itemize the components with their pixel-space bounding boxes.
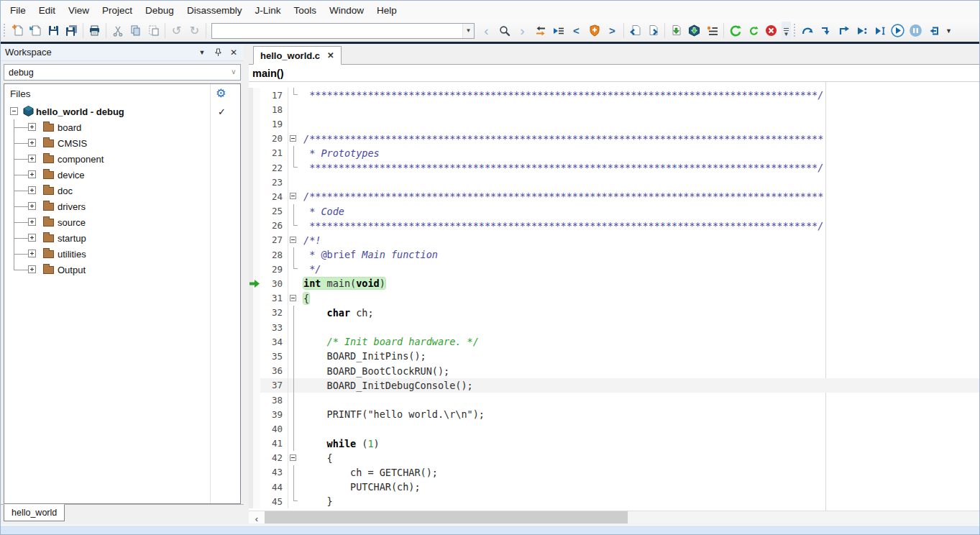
fold-margin[interactable]: [288, 175, 299, 189]
expand-icon[interactable]: [28, 123, 36, 131]
code-line[interactable]: 39 PRINTF("hello world.\r\n");: [249, 407, 979, 421]
breakpoint-margin[interactable]: [249, 132, 260, 146]
fold-margin[interactable]: [288, 378, 299, 393]
breakpoint-margin[interactable]: [249, 204, 260, 219]
breakpoint-margin[interactable]: [249, 306, 260, 320]
fold-margin[interactable]: [288, 88, 299, 102]
navigate-forward-button[interactable]: [644, 22, 662, 40]
fold-margin[interactable]: [288, 276, 299, 291]
tree-folder-item[interactable]: startup: [4, 230, 240, 246]
stop-debugging-button[interactable]: [925, 22, 943, 40]
toggle-bookmark-button[interactable]: [585, 22, 603, 40]
breakpoint-margin[interactable]: [249, 102, 260, 116]
editor-tab[interactable]: hello_world.c ✕: [253, 46, 342, 65]
new-document-button[interactable]: [9, 22, 27, 40]
expand-icon[interactable]: [28, 202, 36, 210]
breakpoint-margin[interactable]: [249, 349, 260, 363]
breakpoint-margin[interactable]: [249, 364, 260, 378]
panel-menu-icon[interactable]: ▼: [196, 49, 208, 56]
code-line[interactable]: 27/*!: [249, 233, 979, 247]
code-line[interactable]: 18: [249, 102, 979, 116]
menu-file[interactable]: File: [4, 2, 32, 19]
menu-view[interactable]: View: [62, 2, 96, 19]
fold-margin[interactable]: [288, 364, 299, 378]
menu-disassembly[interactable]: Disassembly: [180, 2, 249, 19]
tree-folder-item[interactable]: doc: [4, 183, 240, 198]
breakpoint-margin[interactable]: [249, 378, 260, 393]
code-line[interactable]: 45 }: [249, 494, 979, 508]
fold-margin[interactable]: [288, 393, 299, 407]
fold-margin[interactable]: [288, 421, 299, 436]
fold-margin[interactable]: [288, 204, 299, 219]
replace-button[interactable]: [531, 22, 549, 40]
build-log-button[interactable]: [703, 22, 721, 40]
pin-icon[interactable]: [212, 48, 224, 57]
go-to-button[interactable]: [549, 22, 567, 40]
tree-folder-item[interactable]: component: [4, 151, 240, 167]
fold-margin[interactable]: [288, 306, 299, 320]
horizontal-scrollbar[interactable]: ‹: [249, 511, 979, 526]
menu-edit[interactable]: Edit: [32, 2, 62, 19]
breakpoint-margin[interactable]: [249, 393, 260, 407]
expand-icon[interactable]: [28, 234, 36, 242]
code-line[interactable]: 33: [249, 320, 979, 334]
code-line[interactable]: 35 BOARD_InitPins();: [249, 349, 979, 363]
breakpoint-margin[interactable]: [249, 219, 260, 233]
breakpoint-margin[interactable]: [249, 480, 260, 494]
code-line[interactable]: 38: [249, 393, 979, 407]
fold-marker-start[interactable]: [290, 295, 296, 301]
collapse-icon[interactable]: [10, 107, 18, 115]
fold-margin[interactable]: [288, 320, 299, 334]
close-icon[interactable]: ✕: [228, 47, 239, 58]
breakpoint-margin[interactable]: [249, 465, 260, 480]
find-next-button[interactable]: ›: [513, 22, 531, 40]
breakpoint-margin[interactable]: [249, 334, 260, 349]
cut-button[interactable]: [109, 22, 127, 40]
next-statement-button[interactable]: [853, 22, 871, 40]
fold-margin[interactable]: [288, 132, 299, 146]
code-line[interactable]: 36 BOARD_BootClockRUN();: [249, 364, 979, 378]
tree-folder-item[interactable]: device: [4, 167, 240, 183]
breakpoint-margin[interactable]: [249, 175, 260, 189]
breakpoint-margin[interactable]: [249, 189, 260, 204]
code-line[interactable]: 29 */: [249, 262, 979, 276]
break-button[interactable]: [907, 22, 925, 40]
fold-margin[interactable]: [288, 116, 299, 131]
fold-margin[interactable]: [288, 102, 299, 116]
fold-margin[interactable]: [288, 233, 299, 247]
code-line[interactable]: 37 BOARD_InitDebugConsole();: [249, 378, 979, 393]
menu-help[interactable]: Help: [370, 2, 403, 19]
menu-window[interactable]: Window: [323, 2, 370, 19]
find-combobox[interactable]: ▼: [211, 23, 475, 39]
compile-button[interactable]: [667, 22, 685, 40]
breakpoint-margin[interactable]: [249, 88, 260, 102]
fold-margin[interactable]: [288, 436, 299, 451]
scrollbar-thumb[interactable]: [265, 511, 628, 526]
code-line[interactable]: 22 *************************************…: [249, 160, 979, 175]
debug-toolbar-grip[interactable]: [793, 24, 797, 38]
expand-icon[interactable]: [28, 250, 36, 257]
fold-margin[interactable]: [288, 189, 299, 204]
breakpoint-margin[interactable]: [249, 146, 260, 160]
code-line[interactable]: 41 while (1): [249, 436, 979, 451]
code-area[interactable]: 17 *************************************…: [249, 82, 979, 511]
expand-icon[interactable]: [28, 139, 36, 147]
combo-dropdown-icon[interactable]: ▼: [462, 24, 474, 38]
tree-folder-item[interactable]: Output: [4, 262, 240, 278]
code-line[interactable]: 44 PUTCHAR(ch);: [249, 480, 979, 494]
tree-folder-item[interactable]: utilities: [4, 246, 240, 262]
fold-margin[interactable]: [288, 334, 299, 349]
debug-toolbar-dropdown-icon[interactable]: ▼: [943, 27, 955, 35]
code-line[interactable]: 43 ch = GETCHAR();: [249, 465, 979, 480]
next-bookmark-button[interactable]: >: [603, 22, 621, 40]
function-navigation-bar[interactable]: main(): [249, 65, 979, 82]
toolbar-overflow-button[interactable]: ▼: [782, 22, 791, 40]
breakpoint-margin[interactable]: [249, 421, 260, 436]
expand-icon[interactable]: [28, 170, 36, 178]
breakpoint-margin[interactable]: [249, 494, 260, 508]
breakpoint-margin[interactable]: [249, 451, 260, 465]
navigate-backward-button[interactable]: [626, 22, 644, 40]
expand-icon[interactable]: [28, 186, 36, 194]
fold-margin[interactable]: [288, 291, 299, 306]
expand-icon[interactable]: [28, 218, 36, 226]
